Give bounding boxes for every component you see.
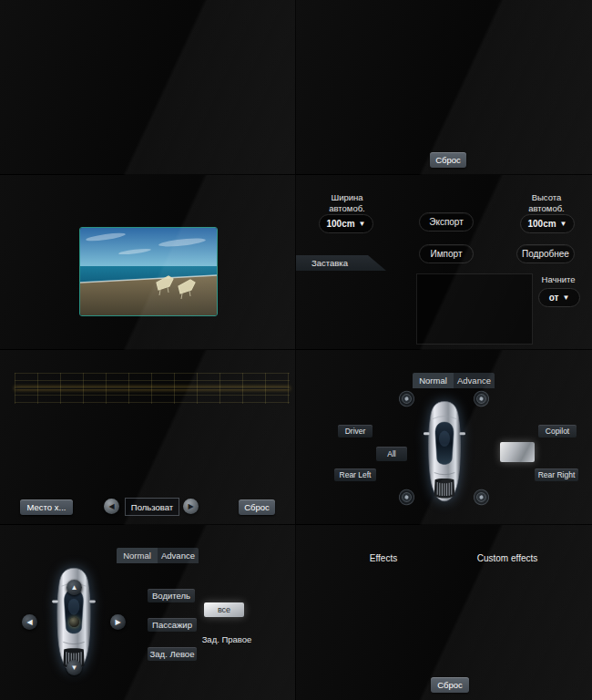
export-button[interactable]: Экспорт — [419, 212, 474, 232]
effects-reset-button[interactable]: Сброс — [431, 677, 469, 693]
start-from-dropdown[interactable]: от▼ — [538, 288, 580, 307]
beach-preview-image — [79, 227, 218, 316]
tab-screensaver[interactable]: Заставка — [296, 255, 386, 271]
eq-prev-button[interactable]: ◀ — [104, 499, 119, 514]
rear-right-speaker-icon — [471, 487, 492, 508]
copilot-button[interactable]: Copilot — [538, 425, 577, 438]
panel-balance-advance: Normal Advance Driver Copilot All Rear L… — [296, 350, 592, 525]
spectrum-preview — [416, 273, 533, 345]
rear-left-button[interactable]: Зад. Левое — [148, 647, 197, 661]
status-bar — [296, 350, 592, 369]
status-bar — [0, 0, 296, 19]
panel-mixer: Сброс — [296, 0, 592, 175]
eq-preset-field[interactable]: Пользоват — [125, 498, 179, 516]
screens-grid: Сброс Ширина автомоб. Высота автом — [0, 0, 592, 700]
more-button[interactable]: Подробнее — [516, 244, 575, 263]
panel-balance-normal: Normal Advance ▲ ▼ ◀ ▶ Водитель Пассажир… — [0, 525, 296, 700]
all-button[interactable]: All — [376, 447, 407, 461]
front-right-speaker-icon — [471, 388, 492, 409]
fader-down-button[interactable]: ▼ — [66, 660, 82, 675]
car-width-dropdown[interactable]: 100cm▼ — [319, 214, 373, 233]
dropdown-arrow-icon: ▼ — [562, 293, 569, 302]
car-height-label: Высота автомоб. — [515, 192, 578, 215]
eq-reset-button[interactable]: Сброс — [239, 499, 275, 515]
tab-normal[interactable]: Normal — [413, 373, 454, 388]
status-bar — [296, 525, 592, 544]
passenger-button[interactable]: Пассажир — [148, 618, 197, 632]
driver-button[interactable]: Driver — [338, 425, 373, 438]
panel-dsp-menu — [0, 0, 296, 175]
eq-next-button[interactable]: ▶ — [183, 499, 199, 514]
dsp-menu-grid — [11, 22, 285, 170]
rear-left-speaker-icon — [396, 487, 417, 508]
all-button-selected[interactable]: все — [204, 602, 244, 617]
panel-sound-field — [0, 175, 296, 350]
start-from-label: Начните — [536, 274, 581, 285]
effects-header: Effects — [347, 553, 420, 563]
fader-up-button[interactable]: ▲ — [66, 580, 82, 595]
balance-left-button[interactable]: ◀ — [22, 614, 37, 630]
front-left-speaker-icon — [396, 388, 417, 409]
car-top-view — [421, 392, 468, 512]
balance-position-knob[interactable] — [69, 617, 79, 627]
eq-zero-line — [15, 387, 290, 389]
rear-left-button[interactable]: Rear Left — [334, 468, 376, 481]
balance-right-button[interactable]: ▶ — [110, 614, 126, 630]
mixer-channels — [296, 20, 592, 151]
rear-right-button[interactable]: Rear Right — [535, 468, 578, 481]
driver-button[interactable]: Водитель — [148, 589, 195, 602]
panel-effects: Effects Custom effects Сброс — [296, 525, 592, 700]
status-bar — [0, 175, 296, 194]
dropdown-arrow-icon: ▼ — [560, 220, 567, 228]
custom-effects-header: Custom effects — [460, 553, 555, 563]
car-height-dropdown[interactable]: 100cm▼ — [520, 214, 575, 233]
status-bar — [0, 525, 296, 544]
car-width-label: Ширина автомоб. — [312, 192, 382, 215]
eq-curve-graph — [15, 373, 290, 404]
tab-advance[interactable]: Advance — [158, 548, 199, 563]
status-bar — [296, 0, 592, 19]
eq-place-button[interactable]: Место х... — [20, 499, 73, 515]
status-bar — [0, 350, 296, 369]
mixer-reset-button[interactable]: Сброс — [430, 152, 466, 168]
import-button[interactable]: Импорт — [419, 244, 474, 263]
rear-right-button[interactable]: Зад. Правое — [201, 633, 252, 645]
panel-settings: Ширина автомоб. Высота автомоб. 100cm▼ 1… — [296, 175, 592, 350]
panel-eq: Место х... ◀ Пользоват ▶ Сброс — [0, 350, 296, 525]
tab-advance[interactable]: Advance — [454, 373, 495, 388]
dropdown-arrow-icon: ▼ — [359, 220, 366, 228]
tab-normal[interactable]: Normal — [117, 548, 158, 563]
status-bar — [296, 175, 592, 194]
screen-glare-highlight — [500, 442, 535, 462]
